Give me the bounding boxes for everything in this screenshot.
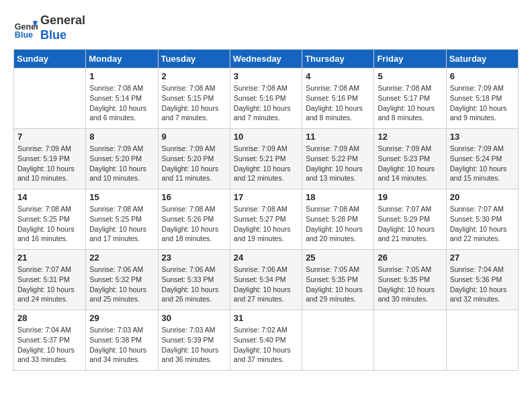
day-info: Sunrise: 7:02 AMSunset: 5:40 PMDaylight:… — [234, 325, 298, 365]
day-info: Sunrise: 7:08 AMSunset: 5:15 PMDaylight:… — [162, 83, 226, 123]
calendar-cell: 3Sunrise: 7:08 AMSunset: 5:16 PMDaylight… — [230, 68, 302, 129]
day-info: Sunrise: 7:07 AMSunset: 5:31 PMDaylight:… — [17, 265, 82, 304]
header-cell-monday: Monday — [86, 50, 158, 68]
day-number: 1 — [89, 71, 154, 81]
day-info: Sunrise: 7:07 AMSunset: 5:29 PMDaylight:… — [378, 204, 442, 244]
svg-text:Blue: Blue — [15, 30, 33, 40]
calendar-cell: 19Sunrise: 7:07 AMSunset: 5:29 PMDayligh… — [374, 189, 446, 250]
calendar-cell: 8Sunrise: 7:09 AMSunset: 5:20 PMDaylight… — [86, 129, 158, 189]
day-number: 12 — [378, 132, 442, 142]
day-number: 27 — [450, 253, 515, 263]
day-info: Sunrise: 7:08 AMSunset: 5:16 PMDaylight:… — [306, 83, 370, 123]
day-number: 26 — [378, 253, 442, 263]
day-info: Sunrise: 7:08 AMSunset: 5:27 PMDaylight:… — [234, 204, 298, 244]
calendar-cell: 5Sunrise: 7:08 AMSunset: 5:17 PMDaylight… — [374, 68, 446, 129]
day-number: 29 — [89, 313, 154, 323]
logo: General Blue General Blue — [13, 13, 85, 42]
day-info: Sunrise: 7:05 AMSunset: 5:35 PMDaylight:… — [306, 265, 370, 304]
calendar-cell: 30Sunrise: 7:03 AMSunset: 5:39 PMDayligh… — [158, 310, 230, 371]
header-cell-tuesday: Tuesday — [158, 50, 230, 68]
calendar-cell: 27Sunrise: 7:04 AMSunset: 5:36 PMDayligh… — [446, 250, 518, 310]
day-info: Sunrise: 7:07 AMSunset: 5:30 PMDaylight:… — [450, 204, 515, 244]
week-row-4: 21Sunrise: 7:07 AMSunset: 5:31 PMDayligh… — [14, 250, 519, 310]
week-row-1: 1Sunrise: 7:08 AMSunset: 5:14 PMDaylight… — [14, 68, 519, 129]
calendar-body: 1Sunrise: 7:08 AMSunset: 5:14 PMDaylight… — [14, 68, 519, 371]
day-info: Sunrise: 7:08 AMSunset: 5:17 PMDaylight:… — [378, 83, 442, 123]
day-info: Sunrise: 7:08 AMSunset: 5:26 PMDaylight:… — [162, 204, 226, 244]
calendar-header: SundayMondayTuesdayWednesdayThursdayFrid… — [14, 50, 519, 68]
calendar-table: SundayMondayTuesdayWednesdayThursdayFrid… — [13, 49, 519, 371]
day-number: 10 — [234, 132, 298, 142]
calendar-cell: 31Sunrise: 7:02 AMSunset: 5:40 PMDayligh… — [230, 310, 302, 371]
calendar-cell — [302, 310, 374, 371]
week-row-5: 28Sunrise: 7:04 AMSunset: 5:37 PMDayligh… — [14, 310, 519, 371]
header-row: SundayMondayTuesdayWednesdayThursdayFrid… — [14, 50, 519, 68]
day-number: 31 — [234, 313, 298, 323]
day-info: Sunrise: 7:08 AMSunset: 5:14 PMDaylight:… — [89, 83, 154, 123]
day-number: 9 — [162, 132, 226, 142]
day-info: Sunrise: 7:09 AMSunset: 5:20 PMDaylight:… — [89, 144, 154, 183]
day-number: 30 — [162, 313, 226, 323]
day-number: 15 — [89, 192, 154, 202]
header-cell-wednesday: Wednesday — [230, 50, 302, 68]
day-info: Sunrise: 7:03 AMSunset: 5:38 PMDaylight:… — [89, 325, 154, 365]
day-info: Sunrise: 7:09 AMSunset: 5:24 PMDaylight:… — [450, 144, 515, 183]
calendar-cell: 23Sunrise: 7:06 AMSunset: 5:33 PMDayligh… — [158, 250, 230, 310]
calendar-cell: 25Sunrise: 7:05 AMSunset: 5:35 PMDayligh… — [302, 250, 374, 310]
calendar-cell: 2Sunrise: 7:08 AMSunset: 5:15 PMDaylight… — [158, 68, 230, 129]
day-number: 22 — [89, 253, 154, 263]
day-number: 23 — [162, 253, 226, 263]
calendar-cell: 1Sunrise: 7:08 AMSunset: 5:14 PMDaylight… — [86, 68, 158, 129]
day-info: Sunrise: 7:04 AMSunset: 5:37 PMDaylight:… — [17, 325, 82, 365]
day-number: 2 — [162, 71, 226, 81]
day-info: Sunrise: 7:09 AMSunset: 5:21 PMDaylight:… — [234, 144, 298, 183]
calendar-cell: 26Sunrise: 7:05 AMSunset: 5:35 PMDayligh… — [374, 250, 446, 310]
day-number: 4 — [306, 71, 370, 81]
calendar-cell: 20Sunrise: 7:07 AMSunset: 5:30 PMDayligh… — [446, 189, 518, 250]
calendar-cell: 11Sunrise: 7:09 AMSunset: 5:22 PMDayligh… — [302, 129, 374, 189]
logo-line1: General — [40, 13, 85, 28]
day-number: 5 — [378, 71, 442, 81]
header-cell-sunday: Sunday — [14, 50, 86, 68]
week-row-3: 14Sunrise: 7:08 AMSunset: 5:25 PMDayligh… — [14, 189, 519, 250]
day-info: Sunrise: 7:09 AMSunset: 5:18 PMDaylight:… — [450, 83, 515, 123]
day-info: Sunrise: 7:09 AMSunset: 5:23 PMDaylight:… — [378, 144, 442, 183]
day-number: 6 — [450, 71, 515, 81]
day-number: 16 — [162, 192, 226, 202]
day-info: Sunrise: 7:06 AMSunset: 5:32 PMDaylight:… — [89, 265, 154, 304]
header-cell-friday: Friday — [374, 50, 446, 68]
day-number: 3 — [234, 71, 298, 81]
logo-icon: General Blue — [13, 16, 38, 40]
week-row-2: 7Sunrise: 7:09 AMSunset: 5:19 PMDaylight… — [14, 129, 519, 189]
day-info: Sunrise: 7:03 AMSunset: 5:39 PMDaylight:… — [162, 325, 226, 365]
day-number: 25 — [306, 253, 370, 263]
header-cell-thursday: Thursday — [302, 50, 374, 68]
day-number: 11 — [306, 132, 370, 142]
calendar-cell: 10Sunrise: 7:09 AMSunset: 5:21 PMDayligh… — [230, 129, 302, 189]
calendar-cell: 4Sunrise: 7:08 AMSunset: 5:16 PMDaylight… — [302, 68, 374, 129]
calendar-cell: 6Sunrise: 7:09 AMSunset: 5:18 PMDaylight… — [446, 68, 518, 129]
calendar-cell: 7Sunrise: 7:09 AMSunset: 5:19 PMDaylight… — [14, 129, 86, 189]
calendar-cell: 17Sunrise: 7:08 AMSunset: 5:27 PMDayligh… — [230, 189, 302, 250]
day-number: 21 — [17, 253, 82, 263]
calendar-cell — [446, 310, 518, 371]
day-number: 20 — [450, 192, 515, 202]
calendar-cell: 9Sunrise: 7:09 AMSunset: 5:20 PMDaylight… — [158, 129, 230, 189]
day-info: Sunrise: 7:05 AMSunset: 5:35 PMDaylight:… — [378, 265, 442, 304]
day-info: Sunrise: 7:08 AMSunset: 5:25 PMDaylight:… — [17, 204, 82, 244]
calendar-cell: 15Sunrise: 7:08 AMSunset: 5:25 PMDayligh… — [86, 189, 158, 250]
day-info: Sunrise: 7:09 AMSunset: 5:20 PMDaylight:… — [162, 144, 226, 183]
day-info: Sunrise: 7:09 AMSunset: 5:19 PMDaylight:… — [17, 144, 82, 183]
day-info: Sunrise: 7:08 AMSunset: 5:25 PMDaylight:… — [89, 204, 154, 244]
calendar-cell — [14, 68, 86, 129]
calendar-cell — [374, 310, 446, 371]
calendar-cell: 18Sunrise: 7:08 AMSunset: 5:28 PMDayligh… — [302, 189, 374, 250]
day-info: Sunrise: 7:08 AMSunset: 5:16 PMDaylight:… — [234, 83, 298, 123]
calendar-cell: 28Sunrise: 7:04 AMSunset: 5:37 PMDayligh… — [14, 310, 86, 371]
day-number: 7 — [17, 132, 82, 142]
day-info: Sunrise: 7:09 AMSunset: 5:22 PMDaylight:… — [306, 144, 370, 183]
day-number: 14 — [17, 192, 82, 202]
day-number: 24 — [234, 253, 298, 263]
day-number: 18 — [306, 192, 370, 202]
logo-text: General Blue — [40, 13, 85, 42]
